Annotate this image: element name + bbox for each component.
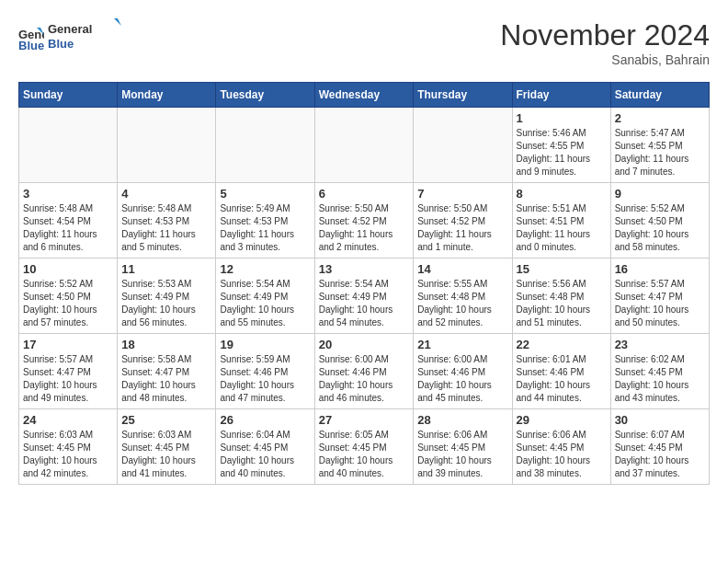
day-info: Sunrise: 6:05 AMSunset: 4:45 PMDaylight:… [319, 429, 410, 480]
day-info: Sunrise: 5:51 AMSunset: 4:51 PMDaylight:… [517, 202, 607, 254]
day-info: Sunrise: 5:57 AMSunset: 4:47 PMDaylight:… [615, 278, 705, 329]
calendar-cell: 20Sunrise: 6:00 AMSunset: 4:46 PMDayligh… [314, 334, 414, 409]
day-info: Sunrise: 6:06 AMSunset: 4:45 PMDaylight:… [417, 429, 507, 480]
weekday-header-thursday: Thursday [414, 83, 512, 108]
weekday-header-saturday: Saturday [610, 83, 709, 108]
day-info: Sunrise: 6:03 AMSunset: 4:45 PMDaylight:… [23, 429, 113, 480]
day-info: Sunrise: 5:53 AMSunset: 4:49 PMDaylight:… [121, 278, 211, 329]
calendar-cell: 25Sunrise: 6:03 AMSunset: 4:45 PMDayligh… [118, 409, 216, 485]
calendar-cell: 17Sunrise: 5:57 AMSunset: 4:47 PMDayligh… [19, 334, 118, 409]
day-info: Sunrise: 5:52 AMSunset: 4:50 PMDaylight:… [23, 278, 113, 329]
day-number: 15 [517, 262, 607, 276]
day-info: Sunrise: 6:00 AMSunset: 4:46 PMDaylight:… [319, 353, 410, 405]
calendar-week-1: 1Sunrise: 5:46 AMSunset: 4:55 PMDaylight… [19, 108, 710, 183]
calendar-cell: 12Sunrise: 5:54 AMSunset: 4:49 PMDayligh… [216, 259, 314, 334]
day-number: 13 [319, 262, 410, 276]
calendar-cell [216, 108, 314, 183]
day-number: 21 [417, 338, 507, 351]
day-info: Sunrise: 6:03 AMSunset: 4:45 PMDaylight:… [121, 429, 211, 480]
calendar-cell: 7Sunrise: 5:50 AMSunset: 4:52 PMDaylight… [414, 183, 512, 259]
weekday-header-wednesday: Wednesday [314, 83, 414, 108]
day-number: 29 [517, 413, 607, 427]
calendar-cell: 23Sunrise: 6:02 AMSunset: 4:45 PMDayligh… [610, 334, 709, 409]
svg-text:Blue: Blue [18, 39, 44, 52]
day-number: 9 [615, 187, 705, 201]
calendar-week-3: 10Sunrise: 5:52 AMSunset: 4:50 PMDayligh… [19, 259, 710, 334]
day-info: Sunrise: 5:56 AMSunset: 4:48 PMDaylight:… [517, 278, 607, 329]
day-info: Sunrise: 6:01 AMSunset: 4:46 PMDaylight:… [517, 353, 607, 405]
calendar-cell: 8Sunrise: 5:51 AMSunset: 4:51 PMDaylight… [512, 183, 610, 259]
calendar-cell: 2Sunrise: 5:47 AMSunset: 4:55 PMDaylight… [610, 108, 709, 183]
day-info: Sunrise: 5:46 AMSunset: 4:55 PMDaylight:… [517, 127, 607, 178]
day-info: Sunrise: 5:58 AMSunset: 4:47 PMDaylight:… [121, 353, 211, 405]
day-info: Sunrise: 6:07 AMSunset: 4:45 PMDaylight:… [615, 429, 705, 480]
day-number: 1 [517, 111, 607, 125]
day-number: 28 [417, 413, 507, 427]
day-number: 17 [23, 338, 113, 351]
calendar-cell: 24Sunrise: 6:03 AMSunset: 4:45 PMDayligh… [19, 409, 118, 485]
day-number: 18 [121, 338, 211, 351]
day-info: Sunrise: 5:55 AMSunset: 4:48 PMDaylight:… [417, 278, 507, 329]
calendar-cell: 30Sunrise: 6:07 AMSunset: 4:45 PMDayligh… [610, 409, 709, 485]
calendar-cell [19, 108, 118, 183]
day-number: 22 [517, 338, 607, 351]
day-info: Sunrise: 6:00 AMSunset: 4:46 PMDaylight:… [417, 353, 507, 405]
day-number: 14 [417, 262, 507, 276]
calendar-cell: 14Sunrise: 5:55 AMSunset: 4:48 PMDayligh… [414, 259, 512, 334]
logo-wordmark: General Blue [48, 18, 121, 59]
day-info: Sunrise: 5:48 AMSunset: 4:53 PMDaylight:… [121, 202, 211, 254]
weekday-header-row: SundayMondayTuesdayWednesdayThursdayFrid… [19, 83, 710, 108]
svg-text:General: General [48, 22, 92, 36]
day-info: Sunrise: 5:47 AMSunset: 4:55 PMDaylight:… [615, 127, 705, 178]
day-info: Sunrise: 5:50 AMSunset: 4:52 PMDaylight:… [319, 202, 410, 254]
day-number: 19 [220, 338, 310, 351]
day-number: 10 [23, 262, 113, 276]
day-number: 6 [319, 187, 410, 201]
location: Sanabis, Bahrain [500, 52, 710, 67]
day-number: 2 [615, 111, 705, 125]
weekday-header-sunday: Sunday [19, 83, 118, 108]
calendar-cell: 15Sunrise: 5:56 AMSunset: 4:48 PMDayligh… [512, 259, 610, 334]
day-info: Sunrise: 5:59 AMSunset: 4:46 PMDaylight:… [220, 353, 310, 405]
day-number: 30 [615, 413, 705, 427]
day-info: Sunrise: 6:04 AMSunset: 4:45 PMDaylight:… [220, 429, 310, 480]
calendar-week-5: 24Sunrise: 6:03 AMSunset: 4:45 PMDayligh… [19, 409, 710, 485]
svg-text:Blue: Blue [48, 37, 74, 51]
calendar-cell: 16Sunrise: 5:57 AMSunset: 4:47 PMDayligh… [610, 259, 709, 334]
day-info: Sunrise: 6:02 AMSunset: 4:45 PMDaylight:… [615, 353, 705, 405]
day-number: 20 [319, 338, 410, 351]
page-header: General Blue General Blue November 2024 … [18, 18, 710, 67]
calendar-cell: 1Sunrise: 5:46 AMSunset: 4:55 PMDaylight… [512, 108, 610, 183]
day-number: 4 [121, 187, 211, 201]
logo: General Blue General Blue [18, 18, 121, 59]
day-number: 5 [220, 187, 310, 201]
calendar-cell: 10Sunrise: 5:52 AMSunset: 4:50 PMDayligh… [19, 259, 118, 334]
day-number: 24 [23, 413, 113, 427]
day-number: 8 [517, 187, 607, 201]
weekday-header-monday: Monday [118, 83, 216, 108]
calendar-cell: 13Sunrise: 5:54 AMSunset: 4:49 PMDayligh… [314, 259, 414, 334]
day-number: 25 [121, 413, 211, 427]
day-info: Sunrise: 5:57 AMSunset: 4:47 PMDaylight:… [23, 353, 113, 405]
day-info: Sunrise: 5:49 AMSunset: 4:53 PMDaylight:… [220, 202, 310, 254]
day-info: Sunrise: 5:52 AMSunset: 4:50 PMDaylight:… [615, 202, 705, 254]
day-number: 26 [220, 413, 310, 427]
calendar-cell: 29Sunrise: 6:06 AMSunset: 4:45 PMDayligh… [512, 409, 610, 485]
day-info: Sunrise: 5:54 AMSunset: 4:49 PMDaylight:… [319, 278, 410, 329]
calendar-cell: 6Sunrise: 5:50 AMSunset: 4:52 PMDaylight… [314, 183, 414, 259]
calendar-cell [414, 108, 512, 183]
calendar-cell: 27Sunrise: 6:05 AMSunset: 4:45 PMDayligh… [314, 409, 414, 485]
calendar-week-2: 3Sunrise: 5:48 AMSunset: 4:54 PMDaylight… [19, 183, 710, 259]
svg-marker-5 [114, 18, 121, 26]
calendar-cell [118, 108, 216, 183]
calendar-cell: 22Sunrise: 6:01 AMSunset: 4:46 PMDayligh… [512, 334, 610, 409]
month-title: November 2024 [500, 18, 710, 52]
calendar-cell: 19Sunrise: 5:59 AMSunset: 4:46 PMDayligh… [216, 334, 314, 409]
title-block: November 2024 Sanabis, Bahrain [500, 18, 710, 67]
day-number: 11 [121, 262, 211, 276]
calendar-cell: 4Sunrise: 5:48 AMSunset: 4:53 PMDaylight… [118, 183, 216, 259]
weekday-header-tuesday: Tuesday [216, 83, 314, 108]
weekday-header-friday: Friday [512, 83, 610, 108]
calendar-table: SundayMondayTuesdayWednesdayThursdayFrid… [18, 82, 710, 485]
day-number: 3 [23, 187, 113, 201]
